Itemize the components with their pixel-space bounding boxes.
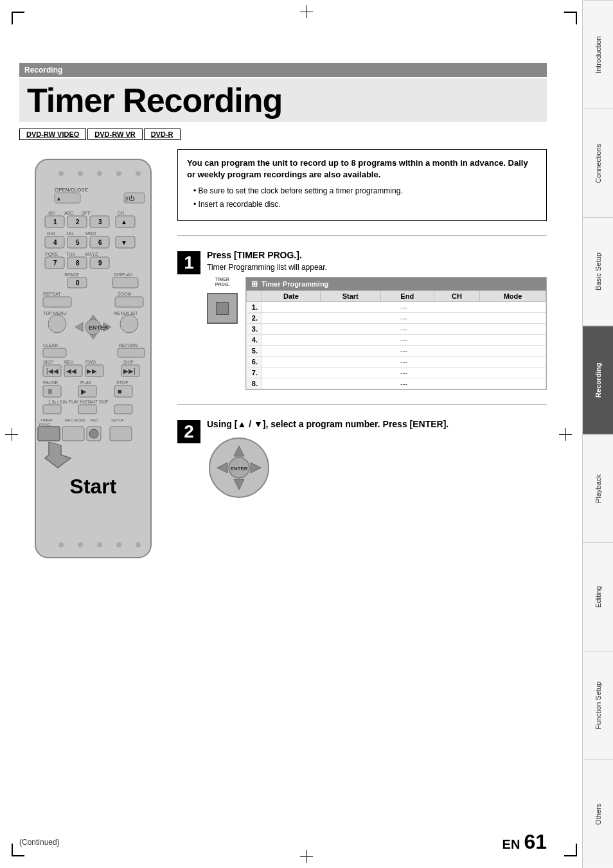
timer-prog-key	[207, 293, 238, 324]
sidebar-item-editing[interactable]: Editing	[583, 542, 613, 651]
svg-text:TIMER: TIMER	[40, 418, 53, 422]
svg-rect-65	[118, 348, 145, 357]
table-row: 7. ---	[247, 367, 546, 378]
timer-prog-container: TIMERPROG. ⊞ Timer Programming	[207, 277, 547, 390]
svg-rect-90	[114, 405, 132, 414]
sidebar-item-others[interactable]: Others	[583, 759, 613, 868]
step-2: 2 Using [▲ / ▼], select a program number…	[177, 419, 547, 502]
disc-tab-dvdrw-vr[interactable]: DVD-RW VR	[87, 128, 142, 140]
intro-bullet-1: Be sure to set the clock before setting …	[193, 186, 537, 197]
svg-text:@//: @//	[48, 211, 55, 215]
svg-text:REC: REC	[91, 418, 99, 422]
svg-text:GHI: GHI	[47, 231, 55, 236]
timer-prog-label: TIMERPROG.	[215, 277, 230, 288]
svg-text:PLAY: PLAY	[80, 380, 92, 385]
sidebar-item-connections[interactable]: Connections	[583, 109, 613, 217]
svg-text:■: ■	[118, 387, 122, 395]
content-area: OPEN/CLOSE ▲ |/⏻ @// ABC OFF 1 2 3 CH	[19, 149, 547, 829]
svg-text:0: 0	[76, 279, 80, 287]
svg-rect-88	[43, 405, 61, 414]
table-row: 6. ---	[247, 356, 546, 367]
row-num-3: 3.	[247, 323, 262, 334]
svg-text:REC MODE: REC MODE	[65, 418, 85, 422]
svg-point-102	[58, 542, 64, 547]
svg-text:Start: Start	[70, 475, 117, 498]
step-2-content: Using [▲ / ▼], select a program number. …	[207, 419, 547, 502]
page-number-area: EN 61	[502, 830, 547, 854]
svg-text:ABC: ABC	[64, 211, 73, 215]
svg-text:9: 9	[98, 260, 102, 267]
step-1-title: Press [TIMER PROG.].	[207, 250, 547, 260]
row-num-8: 8.	[247, 378, 262, 389]
row-dash-2: ---	[262, 312, 546, 323]
svg-point-103	[78, 542, 83, 547]
table-row: 1. ---	[247, 301, 546, 312]
svg-text:PAUSE: PAUSE	[43, 380, 58, 385]
step-2-title: Using [▲ / ▼], select a program number. …	[207, 419, 547, 429]
step-1: 1 Press [TIMER PROG.]. Timer Programming…	[177, 250, 547, 390]
svg-text:REV: REV	[64, 360, 74, 364]
row-dash-4: ---	[262, 334, 546, 345]
sidebar-item-basic-setup[interactable]: Basic Setup	[583, 217, 613, 326]
svg-text:▶▶: ▶▶	[87, 368, 97, 375]
table-row: 5. ---	[247, 345, 546, 356]
svg-point-4	[116, 171, 121, 176]
svg-rect-96	[38, 427, 60, 441]
disc-tab-dvdrw-video[interactable]: DVD-RW VIDEO	[19, 128, 86, 140]
svg-text:8: 8	[76, 260, 80, 267]
sidebar-item-recording[interactable]: Recording	[583, 326, 613, 434]
svg-point-1	[58, 171, 64, 176]
svg-point-104	[97, 542, 102, 547]
remote-area: OPEN/CLOSE ▲ |/⏻ @// ABC OFF 1 2 3 CH	[19, 149, 167, 829]
step-1-content: Press [TIMER PROG.]. Timer Programming l…	[207, 250, 547, 390]
divider-2	[177, 404, 547, 405]
svg-text:PQRS: PQRS	[45, 252, 58, 257]
table-row: 4. ---	[247, 334, 546, 345]
timer-table-title: ⊞ Timer Programming	[246, 278, 546, 290]
svg-text:▼: ▼	[121, 239, 127, 246]
sidebar-item-playback[interactable]: Playback	[583, 434, 613, 543]
col-header-ch: CH	[434, 290, 479, 301]
step-2-number: 2	[177, 420, 200, 443]
row-num-1: 1.	[247, 301, 262, 312]
svg-text:JKL: JKL	[66, 231, 74, 236]
intro-box: You can program the unit to record up to…	[177, 149, 547, 221]
svg-rect-50	[43, 297, 71, 307]
timer-prog-button-area: TIMERPROG.	[207, 277, 238, 324]
row-dash-1: ---	[262, 301, 546, 312]
row-dash-7: ---	[262, 367, 546, 378]
svg-point-106	[136, 542, 141, 547]
svg-text:ENTER: ENTER	[89, 324, 109, 331]
svg-text:TOP MENU: TOP MENU	[43, 311, 67, 315]
svg-text:7: 7	[53, 260, 57, 267]
svg-point-55	[120, 315, 138, 333]
sidebar-item-function-setup[interactable]: Function Setup	[583, 651, 613, 759]
svg-text:|/⏻: |/⏻	[125, 195, 135, 202]
svg-text:REPEAT: REPEAT	[43, 292, 61, 296]
disc-tab-dvdr[interactable]: DVD-R	[144, 128, 181, 140]
disc-format-tabs: DVD-RW VIDEO DVD-RW VR DVD-R	[19, 128, 181, 140]
row-num-5: 5.	[247, 345, 262, 356]
dpad-area: ENTER	[207, 436, 547, 502]
svg-text:ZOOM: ZOOM	[118, 292, 131, 296]
col-header-start: Start	[320, 290, 380, 301]
svg-text:STOP: STOP	[116, 380, 129, 385]
svg-text:▶: ▶	[81, 387, 87, 395]
col-header-end: End	[380, 290, 434, 301]
svg-text:SKIP: SKIP	[43, 360, 53, 364]
table-icon: ⊞	[251, 279, 258, 288]
svg-rect-64	[43, 348, 66, 357]
step-1-desc: Timer Programming list will appear.	[207, 263, 547, 272]
row-num-4: 4.	[247, 334, 262, 345]
svg-text:▲: ▲	[56, 195, 62, 202]
timer-programming-table: ⊞ Timer Programming Date Start End	[245, 277, 547, 390]
header-bar: Recording	[19, 63, 547, 77]
svg-text:ENTER: ENTER	[230, 466, 247, 472]
sidebar-item-introduction[interactable]: Introduction	[583, 0, 613, 109]
main-content: Recording Timer Recording DVD-RW VIDEO D…	[0, 0, 582, 868]
svg-text:MNO: MNO	[85, 231, 96, 236]
row-dash-5: ---	[262, 345, 546, 356]
svg-point-54	[48, 315, 66, 333]
svg-text:1: 1	[53, 218, 57, 226]
svg-point-2	[78, 171, 83, 176]
